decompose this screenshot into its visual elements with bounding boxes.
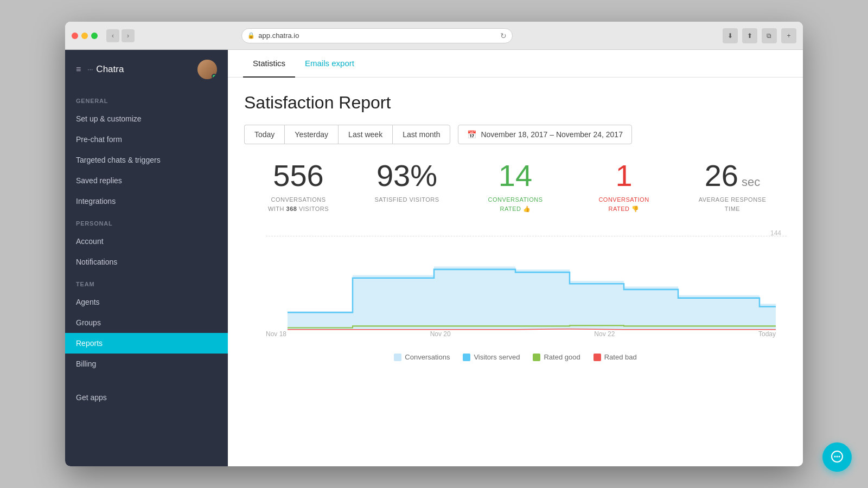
avatar[interactable] <box>197 60 217 79</box>
app-name: ··· Chatra <box>87 64 124 75</box>
sidebar: ≡ ··· Chatra GENERAL Set up & customize … <box>65 50 228 466</box>
download-button[interactable]: ⬇ <box>723 28 738 43</box>
minimize-button[interactable] <box>81 33 88 39</box>
legend-label-conversations: Conversations <box>405 353 450 361</box>
calendar-icon: 📅 <box>467 130 476 139</box>
sidebar-item-billing[interactable]: Billing <box>65 354 228 374</box>
date-range-picker[interactable]: 📅 November 18, 2017 – November 24, 2017 <box>458 125 632 144</box>
legend-color-rated-good <box>533 354 540 361</box>
stat-label-conversations: CONVERSATIONSWITH 368 VISITORS <box>244 195 353 213</box>
sidebar-item-targeted[interactable]: Targeted chats & triggers <box>65 150 228 170</box>
fullscreen-button[interactable] <box>91 33 98 39</box>
svg-point-3 <box>837 456 838 458</box>
stat-number-rated-good: 14 <box>461 160 570 191</box>
legend-visitors: Visitors served <box>463 353 520 361</box>
legend-color-visitors <box>463 354 470 361</box>
x-label-nov18: Nov 18 <box>266 330 286 338</box>
sidebar-item-groups[interactable]: Groups <box>65 312 228 333</box>
browser-actions: ⬇ ⬆ ⧉ + <box>723 28 796 43</box>
address-bar[interactable]: 🔒 app.chatra.io ↻ <box>241 28 513 43</box>
filter-bar: Today Yesterday Last week Last month 📅 N… <box>244 125 787 144</box>
sidebar-item-account[interactable]: Account <box>65 231 228 252</box>
stat-number-conversations: 556 <box>244 160 353 191</box>
stat-number-rated-bad: 1 <box>570 160 678 191</box>
tabs-bar: Statistics Emails export <box>228 50 803 78</box>
legend-conversations: Conversations <box>394 353 450 361</box>
content-area: Satisfaction Report Today Yesterday Last… <box>228 78 803 466</box>
dots-icon: ··· <box>87 66 93 73</box>
section-label-personal: PERSONAL <box>65 211 228 231</box>
nav-buttons: ‹ › <box>106 29 135 42</box>
browser-chrome: ‹ › 🔒 app.chatra.io ↻ ⬇ ⬆ ⧉ + <box>65 22 803 50</box>
filter-last-week[interactable]: Last week <box>338 125 392 144</box>
reload-button[interactable]: ↻ <box>500 31 507 40</box>
hamburger-icon[interactable]: ≡ <box>76 65 81 74</box>
chart-area: 144 Nov 18 <box>244 229 787 349</box>
x-label-today: Today <box>758 330 776 338</box>
sidebar-item-agents[interactable]: Agents <box>65 292 228 312</box>
sidebar-section-general: GENERAL Set up & customize Pre-chat form… <box>65 89 228 211</box>
sidebar-section-team: TEAM Agents Groups Reports Billing <box>65 272 228 374</box>
page-title: Satisfaction Report <box>244 93 787 113</box>
section-label-team: TEAM <box>65 272 228 292</box>
stat-satisfied: 93% SATISFIED VISITORS <box>353 160 461 213</box>
share-button[interactable]: ⬆ <box>742 28 757 43</box>
avatar-online-dot <box>212 74 217 79</box>
sidebar-item-saved[interactable]: Saved replies <box>65 170 228 191</box>
stat-number-response-time: 26 sec <box>678 160 787 191</box>
forward-button[interactable]: › <box>122 29 135 42</box>
app-layout: ≡ ··· Chatra GENERAL Set up & customize … <box>65 50 803 466</box>
legend-label-visitors: Visitors served <box>474 353 520 361</box>
chart-gridline <box>266 236 787 236</box>
close-button[interactable] <box>72 33 78 39</box>
legend-rated-bad: Rated bad <box>593 353 637 361</box>
main-content: Statistics Emails export Satisfaction Re… <box>228 50 803 466</box>
back-button[interactable]: ‹ <box>106 29 119 42</box>
sidebar-header: ≡ ··· Chatra <box>65 50 228 89</box>
section-label-general: GENERAL <box>65 89 228 108</box>
stat-rated-good: 14 CONVERSATIONSRATED 👍 <box>461 160 570 213</box>
chart-legend: Conversations Visitors served Rated good… <box>244 353 787 361</box>
filter-yesterday[interactable]: Yesterday <box>284 125 338 144</box>
tab-statistics[interactable]: Statistics <box>243 50 295 78</box>
legend-color-conversations <box>394 354 401 361</box>
stat-label-satisfied: SATISFIED VISITORS <box>353 195 461 204</box>
x-label-nov20: Nov 20 <box>430 330 451 338</box>
stat-rated-bad: 1 CONVERSATIONRATED 👎 <box>570 160 678 213</box>
chat-bubble-icon <box>830 450 844 464</box>
sidebar-item-integrations[interactable]: Integrations <box>65 191 228 211</box>
url-text: app.chatra.io <box>258 31 299 40</box>
svg-point-4 <box>839 456 840 458</box>
sidebar-item-notifications[interactable]: Notifications <box>65 252 228 272</box>
stats-row: 556 CONVERSATIONSWITH 368 VISITORS 93% S… <box>244 160 787 213</box>
sidebar-item-get-apps[interactable]: Get apps <box>65 387 228 408</box>
browser-window: ‹ › 🔒 app.chatra.io ↻ ⬇ ⬆ ⧉ + ≡ ··· Chat… <box>65 22 803 466</box>
legend-label-rated-bad: Rated bad <box>604 353 637 361</box>
sidebar-item-pre-chat[interactable]: Pre-chat form <box>65 129 228 150</box>
stat-number-satisfied: 93% <box>353 160 461 191</box>
tab-emails-export[interactable]: Emails export <box>295 50 364 78</box>
chart-svg <box>244 229 787 332</box>
x-label-nov22: Nov 22 <box>594 330 615 338</box>
filter-last-month[interactable]: Last month <box>392 125 450 144</box>
svg-point-2 <box>834 456 836 458</box>
stat-label-rated-good: CONVERSATIONSRATED 👍 <box>461 195 570 213</box>
sidebar-item-reports[interactable]: Reports <box>65 333 228 354</box>
legend-label-rated-good: Rated good <box>544 353 580 361</box>
filter-today[interactable]: Today <box>244 125 284 144</box>
stat-label-rated-bad: CONVERSATIONRATED 👎 <box>570 195 678 213</box>
sidebar-section-personal: PERSONAL Account Notifications <box>65 211 228 272</box>
sidebar-item-setup[interactable]: Set up & customize <box>65 108 228 129</box>
legend-color-rated-bad <box>593 354 601 361</box>
lock-icon: 🔒 <box>247 32 255 39</box>
add-tab-button[interactable]: + <box>781 28 796 43</box>
stat-conversations: 556 CONVERSATIONSWITH 368 VISITORS <box>244 160 353 213</box>
tabs-button[interactable]: ⧉ <box>762 28 777 43</box>
date-range-text: November 18, 2017 – November 24, 2017 <box>481 130 623 139</box>
chat-bubble-button[interactable] <box>822 442 852 472</box>
sidebar-bottom: Get apps <box>65 387 228 408</box>
stat-response-time: 26 sec AVERAGE RESPONSETIME <box>678 160 787 213</box>
stat-label-response-time: AVERAGE RESPONSETIME <box>678 195 787 213</box>
traffic-lights <box>72 33 98 39</box>
legend-rated-good: Rated good <box>533 353 580 361</box>
